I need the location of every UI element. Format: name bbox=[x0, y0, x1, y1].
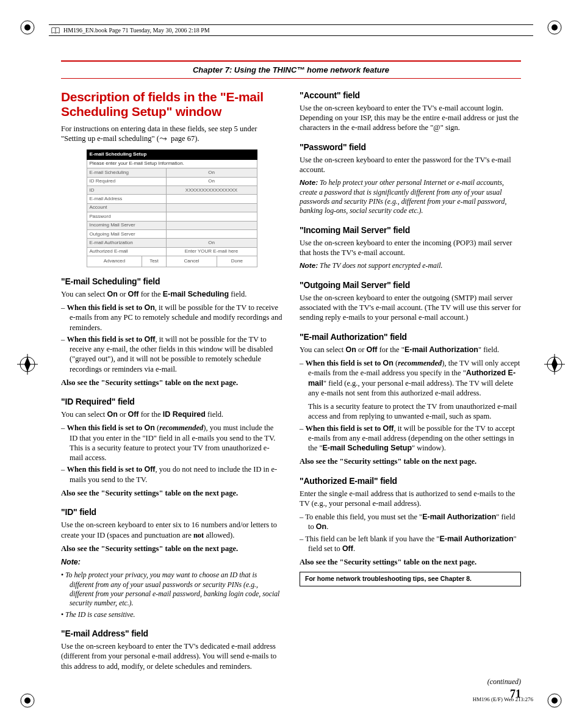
section-heading: "Password" field bbox=[300, 142, 521, 153]
table-row-value bbox=[166, 230, 257, 239]
note-label: Note: bbox=[61, 557, 282, 567]
body-text: Use the on-screen keyboard to enter the … bbox=[300, 238, 521, 258]
registration-mark-icon bbox=[17, 354, 38, 375]
bullet-list: To help protect your privacy, you may wa… bbox=[61, 571, 282, 619]
dash-list: To enable this field, you must set the "… bbox=[300, 512, 521, 553]
table-title: E-mail Scheduling Setup bbox=[87, 150, 257, 159]
table-row-label: ID bbox=[87, 186, 166, 195]
body-text: You can select On or Off for the "E-mail… bbox=[300, 345, 521, 355]
book-header: HM196_EN.book Page 71 Tuesday, May 30, 2… bbox=[49, 24, 533, 36]
section-heading: "Authorized E-mail" field bbox=[300, 475, 521, 486]
continued-label: (continued) bbox=[49, 677, 521, 687]
section-heading: "E-mail Scheduling" field bbox=[61, 276, 282, 287]
list-item: To help protect your privacy, you may wa… bbox=[61, 571, 282, 608]
content-columns: Description of fields in the "E-mail Sch… bbox=[61, 90, 521, 675]
table-row-label: Password bbox=[87, 212, 166, 221]
registration-mark-icon bbox=[544, 17, 565, 38]
body-text: Use the on-screen keyboard to enter six … bbox=[61, 520, 282, 540]
list-item: When this field is set to Off, it will b… bbox=[300, 423, 521, 453]
also-see: Also see the "Security settings" table o… bbox=[61, 488, 282, 498]
table-row-label: Incoming Mail Server bbox=[87, 221, 166, 229]
table-row-label: ID Required bbox=[87, 177, 166, 186]
chapter-header: Chapter 7: Using the THINC™ home network… bbox=[61, 60, 521, 79]
book-icon bbox=[51, 26, 60, 34]
table-row-value: On bbox=[166, 177, 257, 186]
table-row-value bbox=[166, 212, 257, 221]
table-button: Advanced bbox=[87, 256, 142, 267]
table-row-value bbox=[166, 203, 257, 212]
svg-marker-11 bbox=[24, 357, 31, 372]
table-row-label: Account bbox=[87, 203, 166, 212]
list-item: To enable this field, you must set the "… bbox=[300, 512, 521, 532]
table-row-label: Outgoing Mail Server bbox=[87, 230, 166, 239]
section-heading: "Account" field bbox=[300, 90, 521, 101]
registration-mark-icon bbox=[17, 690, 38, 711]
email-setup-table: E-mail Scheduling Setup Please enter you… bbox=[87, 150, 257, 267]
also-see: Also see the "Security settings" table o… bbox=[300, 557, 521, 567]
section-heading: "E-mail Authorization" field bbox=[300, 331, 521, 342]
page-number: 71 bbox=[49, 688, 521, 701]
body-text: Enter the single e-mail address that is … bbox=[300, 489, 521, 509]
body-text: Use the on-screen keyboard to enter the … bbox=[61, 641, 282, 671]
also-see: Also see the "Security settings" table o… bbox=[61, 378, 282, 387]
section-heading: "ID" field bbox=[61, 506, 282, 517]
section-heading: "Incoming Mail Server" field bbox=[300, 225, 521, 236]
dash-list: When this field is set to On (recommende… bbox=[300, 358, 521, 453]
list-item: When this field is set to Off, you do no… bbox=[61, 464, 282, 485]
book-header-text: HM196_EN.book Page 71 Tuesday, May 30, 2… bbox=[63, 27, 210, 34]
body-text: Use the on-screen keyboard to enter the … bbox=[300, 155, 521, 175]
table-row-value: On bbox=[166, 239, 257, 247]
registration-mark-icon bbox=[544, 690, 565, 711]
list-item: When this field is set to Off, it will n… bbox=[61, 334, 282, 374]
section-heading: "Outgoing Mail Server" field bbox=[300, 279, 521, 290]
table-button: Cancel bbox=[166, 256, 217, 267]
also-see: Also see the "Security settings" table o… bbox=[300, 456, 521, 466]
tip-box: For home network troubleshooting tips, s… bbox=[300, 572, 521, 586]
table-row-label: E-mail Authorization bbox=[87, 239, 166, 247]
table-row-value: XXXXXXXXXXXXXXXX bbox=[166, 186, 257, 195]
section-heading: "ID Required" field bbox=[61, 396, 282, 407]
table-button: Test bbox=[142, 256, 166, 267]
footer-code: HM196 (E/F) Web 213:276 bbox=[473, 696, 533, 702]
table-row-value: Enter YOUR E-mail here bbox=[166, 247, 257, 256]
list-item-extra: This is a security feature to protect th… bbox=[308, 402, 521, 422]
left-column: Description of fields in the "E-mail Sch… bbox=[61, 90, 282, 675]
list-item: When this field is set to On (recommende… bbox=[61, 423, 282, 463]
list-item: When this field is set to On (recommende… bbox=[300, 358, 521, 422]
table-button: Done bbox=[217, 256, 257, 267]
table-row-value bbox=[166, 195, 257, 203]
note-text: Note: The TV does not support encrypted … bbox=[300, 261, 521, 270]
table-row-label: E-mail Scheduling bbox=[87, 168, 166, 177]
dash-list: When this field is set to On (recommende… bbox=[61, 423, 282, 485]
body-text: Use the on-screen keyboard to enter the … bbox=[300, 103, 521, 133]
list-item: The ID is case sensitive. bbox=[61, 610, 282, 619]
svg-marker-15 bbox=[551, 357, 558, 372]
svg-point-3 bbox=[551, 24, 558, 31]
svg-point-7 bbox=[551, 697, 558, 704]
registration-mark-icon bbox=[17, 17, 38, 38]
registration-mark-icon bbox=[544, 354, 565, 375]
page: HM196_EN.book Page 71 Tuesday, May 30, 2… bbox=[0, 0, 582, 728]
dash-list: When this field is set to On, it will be… bbox=[61, 303, 282, 374]
main-title: Description of fields in the "E-mail Sch… bbox=[61, 90, 282, 119]
table-row-label: Authorized E-mail bbox=[87, 247, 166, 256]
table-row-value bbox=[166, 221, 257, 229]
pointer-icon bbox=[159, 135, 169, 145]
table-row-value: On bbox=[166, 168, 257, 177]
body-text: You can select On or Off for the E-mail … bbox=[61, 289, 282, 299]
svg-point-1 bbox=[24, 24, 31, 31]
section-heading: "E-mail Address" field bbox=[61, 628, 282, 639]
body-text: Use the on-screen keyboard to enter the … bbox=[300, 293, 521, 323]
note-text: Note: To help protect your other persona… bbox=[300, 178, 521, 215]
intro-paragraph: For instructions on entering data in the… bbox=[61, 124, 282, 145]
table-instruction: Please enter your E-mail Setup Informati… bbox=[87, 159, 257, 168]
right-column: "Account" field Use the on-screen keyboa… bbox=[300, 90, 521, 675]
svg-point-5 bbox=[24, 697, 31, 704]
also-see: Also see the "Security settings" table o… bbox=[61, 544, 282, 553]
body-text: You can select On or Off for the ID Requ… bbox=[61, 409, 282, 419]
list-item: When this field is set to On, it will be… bbox=[61, 303, 282, 333]
table-row-label: E-mail Address bbox=[87, 195, 166, 203]
list-item: This field can be left blank if you have… bbox=[300, 534, 521, 554]
